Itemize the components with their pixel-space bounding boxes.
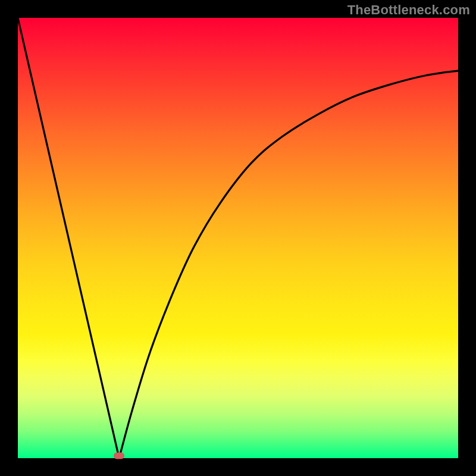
chart-frame: TheBottleneck.com — [0, 0, 476, 476]
plot-area — [18, 18, 458, 458]
curve-path — [18, 18, 458, 458]
watermark-text: TheBottleneck.com — [347, 2, 470, 18]
minimum-marker — [114, 453, 124, 459]
bottleneck-curve — [18, 18, 458, 458]
